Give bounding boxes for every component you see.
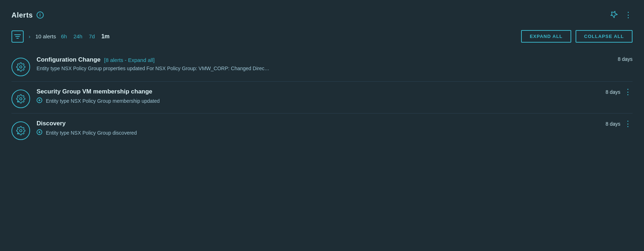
svg-point-10 <box>20 130 22 132</box>
filter-7d[interactable]: 7d <box>89 33 95 39</box>
alert-desc-config: Entity type NSX Policy Group properties … <box>37 66 269 71</box>
alert-desc-discovery: Entity type NSX Policy Group discovered <box>46 130 137 136</box>
alert-item: Security Group VM membership change Enti… <box>11 81 633 113</box>
alert-count: 10 alerts <box>35 33 56 39</box>
alert-time-discovery: 8 days <box>606 121 620 127</box>
alert-badge-config[interactable]: [8 alerts - Expand all] <box>104 57 154 63</box>
alert-row: Discovery Entity type NSX Policy Group d… <box>11 120 633 140</box>
alert-meta-config: 8 days <box>604 56 633 62</box>
alert-desc-row-discovery: Entity type NSX Policy Group discovered <box>37 129 599 136</box>
alert-meta-sg: 8 days ⋮ <box>606 88 633 96</box>
alert-desc-row-sg: Entity type NSX Policy Group membership … <box>37 97 599 105</box>
pin-icon[interactable] <box>608 9 621 21</box>
svg-point-5 <box>20 98 22 100</box>
alert-title-discovery: Discovery <box>37 120 66 127</box>
expand-icon-sg[interactable] <box>37 97 42 105</box>
toolbar-left: › 10 alerts 6h 24h 7d 1m <box>11 30 110 43</box>
alert-title-row-discovery: Discovery <box>37 120 599 127</box>
filter-6h[interactable]: 6h <box>61 33 67 39</box>
toolbar: › 10 alerts 6h 24h 7d 1m EXPAND ALL COLL… <box>11 30 633 43</box>
filter-24h[interactable]: 24h <box>73 33 82 39</box>
alert-title-row: Configuration Change [8 alerts - Expand … <box>37 56 597 63</box>
title-group: Alerts i <box>11 11 44 19</box>
header-more-icon[interactable]: ⋮ <box>624 10 633 20</box>
alert-item: Configuration Change [8 alerts - Expand … <box>11 50 633 81</box>
alerts-panel: Alerts i ⋮ › 10 alerts <box>0 0 644 251</box>
toolbar-right: EXPAND ALL COLLAPSE ALL <box>521 30 633 43</box>
alerts-list: Configuration Change [8 alerts - Expand … <box>11 50 633 145</box>
alert-row: Security Group VM membership change Enti… <box>11 88 633 108</box>
panel-header: Alerts i ⋮ <box>11 10 633 20</box>
alert-time-config: 8 days <box>618 56 633 62</box>
alert-row: Configuration Change [8 alerts - Expand … <box>11 56 633 76</box>
alert-icon-config <box>11 58 30 76</box>
expand-icon-discovery[interactable] <box>37 129 42 136</box>
alert-time-sg: 8 days <box>606 89 620 95</box>
time-filters: 6h 24h 7d 1m <box>61 33 110 40</box>
alert-meta-discovery: 8 days ⋮ <box>606 120 633 128</box>
filter-1m[interactable]: 1m <box>101 33 110 40</box>
alert-desc-sg: Entity type NSX Policy Group membership … <box>46 98 160 104</box>
header-actions: ⋮ <box>611 10 633 20</box>
alert-icon-discovery <box>11 121 30 140</box>
expand-all-button[interactable]: EXPAND ALL <box>521 30 571 43</box>
alert-content-discovery: Discovery Entity type NSX Policy Group d… <box>37 120 599 136</box>
alert-more-sg[interactable]: ⋮ <box>624 88 633 96</box>
alert-more-discovery[interactable]: ⋮ <box>624 120 633 128</box>
alert-item: Discovery Entity type NSX Policy Group d… <box>11 113 633 145</box>
collapse-all-button[interactable]: COLLAPSE ALL <box>576 30 633 43</box>
svg-point-3 <box>20 66 22 68</box>
alert-title-sg: Security Group VM membership change <box>37 88 152 95</box>
alert-title-config: Configuration Change <box>37 56 100 63</box>
alert-content-config: Configuration Change [8 alerts - Expand … <box>37 56 597 71</box>
chevron-right-icon: › <box>29 34 30 39</box>
alert-title-row-sg: Security Group VM membership change <box>37 88 599 95</box>
filter-button[interactable] <box>11 30 24 43</box>
info-icon[interactable]: i <box>37 11 44 19</box>
alert-content-sg: Security Group VM membership change Enti… <box>37 88 599 105</box>
panel-title: Alerts <box>11 11 33 19</box>
alert-icon-sg <box>11 90 30 108</box>
alert-desc-row-config: Entity type NSX Policy Group properties … <box>37 66 597 71</box>
